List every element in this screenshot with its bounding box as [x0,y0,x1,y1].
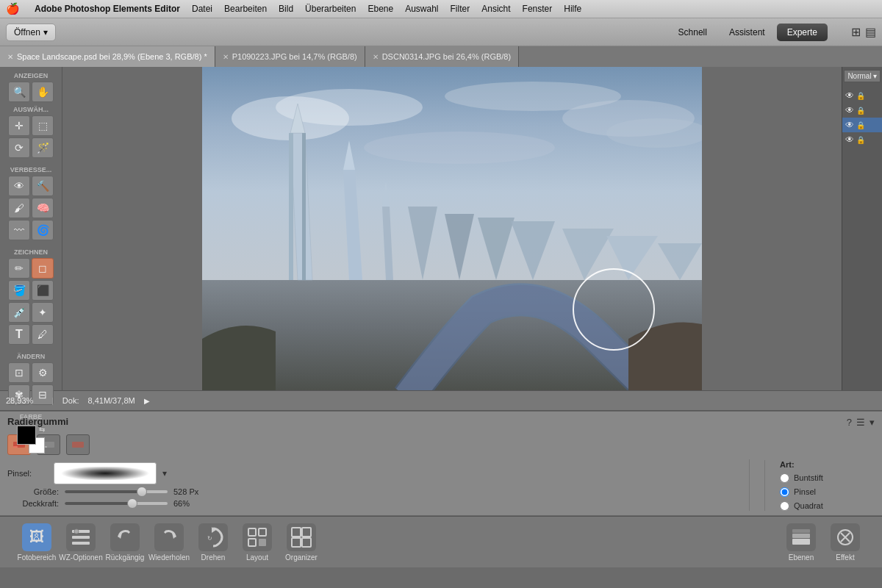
menu-filter[interactable]: Filter [451,4,470,14]
stamp-tool[interactable]: 🔨 [32,176,54,196]
buntstift-radio[interactable] [780,473,789,483]
doc-label: Dok: [62,396,79,405]
move-tool[interactable]: ✛ [8,115,30,136]
lasso-tool[interactable]: ⟳ [8,137,30,158]
art-option-buntstift[interactable]: Buntstift [780,473,875,483]
marquee-tool[interactable]: ⬚ [32,115,54,136]
organizer-button[interactable]: Organizer [279,523,323,562]
swap-colors-icon[interactable]: ⇆ [39,426,45,434]
healing-tool[interactable]: 🧠 [32,198,54,218]
fill-tools: 🪣 ⬛ [8,280,54,301]
crop-tool[interactable]: ⊡ [8,362,30,383]
smudge-tool[interactable]: 🌀 [32,220,54,240]
layout-button[interactable]: Layout [235,523,279,562]
wz-optionen-icon [66,523,96,551]
aendern-label: ÄNDERN [0,351,62,361]
eraser-tool[interactable]: ◻ [32,258,54,279]
opacity-slider-track[interactable] [65,502,168,505]
art-option-pinsel[interactable]: Pinsel [780,487,875,497]
layer-lock-icon-1[interactable]: 🔒 [856,92,865,100]
buntstift-label: Buntstift [794,473,823,482]
menu-fenster[interactable]: Fenster [523,4,553,14]
size-slider-track[interactable] [65,490,168,493]
quadrat-radio[interactable] [780,501,789,511]
tab-close-icon[interactable]: ✕ [7,53,13,61]
recompose-tool[interactable]: ⚙ [32,362,54,383]
gradient-tool[interactable]: ⬛ [32,280,54,301]
size-slider-thumb[interactable] [137,487,147,497]
panel-menu-icon[interactable]: ☰ [856,417,865,428]
status-arrow-icon[interactable]: ▶ [144,397,150,405]
panel-icon[interactable]: ▤ [865,25,876,39]
help-button[interactable]: ? [847,417,852,428]
menu-ebene[interactable]: Ebene [368,4,393,14]
layer-icon[interactable]: ⊞ [851,25,861,39]
schnell-mode-button[interactable]: Schnell [668,24,717,41]
type-tool[interactable]: T [8,324,30,345]
layer-visibility-icon-3[interactable]: 👁 [845,120,854,130]
drehen-button[interactable]: ↻ Drehen [191,523,235,562]
layer-visibility-icon-1[interactable]: 👁 [845,90,854,101]
menu-auswahl[interactable]: Auswahl [405,4,438,14]
brush-swatch[interactable] [54,462,157,484]
canvas-image[interactable] [202,67,702,390]
experte-mode-button[interactable]: Experte [777,24,828,41]
size-value: 528 Px [173,487,203,496]
pinsel-radio[interactable] [780,487,789,497]
custom-shape-tool[interactable]: ✦ [32,302,54,323]
hand-tool[interactable]: ✋ [32,82,54,102]
magic-wand-tool[interactable]: 🪄 [32,137,54,158]
canvas-area [62,67,842,390]
tab-close-icon[interactable]: ✕ [223,53,229,61]
zoom-tool[interactable]: 🔍 [8,82,30,102]
tab-space-landscape[interactable]: ✕ Space Landscape.psd bei 28,9% (Ebene 3… [0,46,215,67]
assistent-mode-button[interactable]: Assistent [719,24,775,41]
open-button[interactable]: Öffnen ▾ [6,24,56,41]
effekt-button[interactable]: Effekt [823,523,867,562]
blend-mode-arrow-icon: ▾ [873,72,877,80]
fotobereich-button[interactable]: 🖼 Fotobereich [15,523,59,562]
menu-ansicht[interactable]: Ansicht [481,4,510,14]
type-mask-tool[interactable]: 🖊 [32,324,54,345]
brush-dropdown-icon[interactable]: ▾ [162,468,167,478]
ebenen-label: Ebenen [789,553,814,562]
tab-close-icon[interactable]: ✕ [373,53,379,61]
effekt-icon [831,523,860,551]
tab-p1090223[interactable]: ✕ P1090223.JPG bei 14,7% (RGB/8) [215,46,365,67]
opacity-slider-thumb[interactable] [127,498,137,509]
svg-rect-44 [792,539,810,545]
ebenen-button[interactable]: Ebenen [779,523,823,562]
svg-rect-39 [259,539,266,546]
tab-dscn0314[interactable]: ✕ DSCN0314.JPG bei 26,4% (RGB/8) [365,46,519,67]
layer-visibility-icon-2[interactable]: 👁 [845,105,854,115]
brush-tool[interactable]: 🖌 [8,198,30,218]
tab-label: P1090223.JPG bei 14,7% (RGB/8) [232,52,357,61]
wz-optionen-button[interactable]: WZ-Optionen [59,523,103,562]
pencil-tool[interactable]: ✏ [8,258,30,279]
rueckgaengig-button[interactable]: Rückgängig [103,523,147,562]
menu-bild[interactable]: Bild [279,4,293,14]
size-slider-label: Größe: [7,487,59,496]
blur-tool[interactable]: 〰 [8,220,30,240]
layer-visibility-icon-4[interactable]: 👁 [845,135,854,145]
menu-datei[interactable]: Datei [192,4,212,14]
eye-tool[interactable]: 👁 [8,176,30,196]
brush-tools: 🖌 🧠 [8,198,54,218]
layer-lock-icon-4[interactable]: 🔒 [856,136,865,144]
layer-lock-icon-3[interactable]: 🔒 [856,121,865,129]
art-option-quadrat[interactable]: Quadrat [780,501,875,511]
menu-ueberarbeiten[interactable]: Überarbeiten [305,4,356,14]
apple-menu[interactable]: 🍎 [6,2,20,15]
eyedropper-tool[interactable]: 💉 [8,302,30,323]
eraser-preset-3[interactable] [66,434,90,455]
menu-hilfe[interactable]: Hilfe [564,4,581,14]
fill-tool[interactable]: 🪣 [8,280,30,301]
foreground-color-swatch[interactable] [17,426,36,445]
wiederholen-button[interactable]: Wiederholen [147,523,191,562]
menu-bearbeiten[interactable]: Bearbeiten [224,4,267,14]
panel-expand-icon[interactable]: ▾ [870,417,875,428]
layer-lock-icon-2[interactable]: 🔒 [856,107,865,115]
layer-row-3-active[interactable]: 👁 🔒 [842,118,882,132]
enhance-tools: 👁 🔨 [8,176,54,196]
blend-mode-dropdown[interactable]: Normal ▾ [844,70,880,82]
